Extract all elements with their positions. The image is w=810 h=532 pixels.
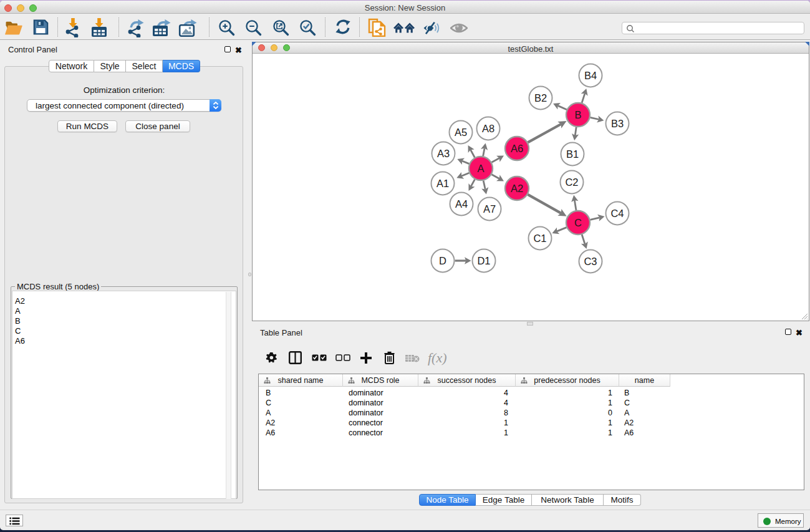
svg-text:C: C xyxy=(574,217,582,228)
svg-text:A6: A6 xyxy=(511,143,523,154)
svg-text:C1: C1 xyxy=(533,233,546,244)
svg-text:B1: B1 xyxy=(566,148,579,160)
svg-text:C3: C3 xyxy=(584,256,597,267)
svg-text:B3: B3 xyxy=(611,118,624,129)
svg-text:A5: A5 xyxy=(455,127,467,138)
svg-text:A: A xyxy=(477,163,484,174)
svg-text:D: D xyxy=(439,255,446,266)
svg-text:D1: D1 xyxy=(477,255,490,266)
svg-text:A2: A2 xyxy=(511,183,523,194)
svg-text:B4: B4 xyxy=(584,70,597,81)
svg-text:B2: B2 xyxy=(534,92,547,104)
svg-text:A4: A4 xyxy=(455,198,468,210)
svg-text:C4: C4 xyxy=(610,208,624,219)
svg-text:C2: C2 xyxy=(565,177,578,188)
svg-text:A3: A3 xyxy=(437,148,450,159)
svg-text:A8: A8 xyxy=(482,123,494,134)
svg-text:B: B xyxy=(574,109,581,120)
svg-text:A7: A7 xyxy=(483,203,496,215)
svg-text:A1: A1 xyxy=(436,178,449,189)
